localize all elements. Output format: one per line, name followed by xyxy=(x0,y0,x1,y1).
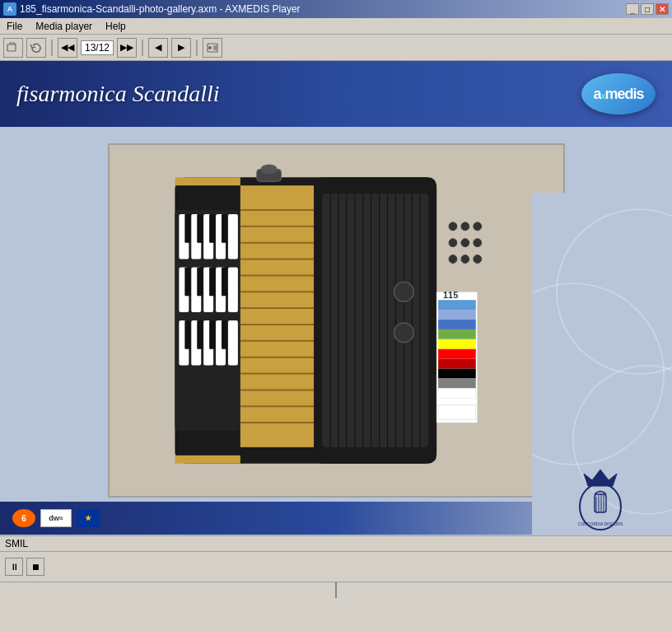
svg-point-2 xyxy=(208,46,212,49)
toolbar-prev-prev-button[interactable]: ◀◀ xyxy=(58,38,77,58)
toolbar-refresh-button[interactable] xyxy=(26,38,46,58)
footer-logo-6: 6 xyxy=(12,509,35,527)
menu-help[interactable]: Help xyxy=(102,20,129,33)
svg-rect-84 xyxy=(438,330,476,339)
svg-rect-83 xyxy=(438,320,476,330)
svg-point-66 xyxy=(394,323,413,343)
svg-rect-16 xyxy=(209,214,215,243)
svg-rect-31 xyxy=(227,320,237,366)
svg-point-71 xyxy=(460,239,469,247)
toolbar-next-next-button[interactable]: ▶▶ xyxy=(117,38,137,58)
svg-rect-25 xyxy=(209,267,215,296)
gallery-header: fisarmonica Scandalli axmedis xyxy=(0,61,672,127)
status-bar xyxy=(0,582,672,598)
svg-point-74 xyxy=(460,255,469,264)
svg-point-73 xyxy=(449,255,457,264)
svg-text:CONCORDIA DISCORS: CONCORDIA DISCORS xyxy=(577,521,623,526)
smil-label: SMIL xyxy=(5,538,28,549)
right-side: CONCORDIA DISCORS Accademia Nazionaledi … xyxy=(532,193,672,535)
footer-logo-eu: ★ xyxy=(77,509,100,527)
svg-point-72 xyxy=(473,239,481,247)
svg-rect-77 xyxy=(175,456,240,464)
status-right xyxy=(337,582,672,598)
svg-rect-90 xyxy=(438,388,476,398)
toolbar-back-button[interactable]: ◀ xyxy=(148,38,168,58)
main-content: fisarmonica Scandalli axmedis xyxy=(0,61,672,535)
status-left xyxy=(0,582,337,598)
svg-rect-26 xyxy=(222,267,227,296)
svg-rect-91 xyxy=(438,404,476,419)
svg-rect-33 xyxy=(197,320,203,349)
minimize-button[interactable]: _ xyxy=(626,3,639,15)
institution-name: Accademia Nazionaledi Santa Cecilia xyxy=(536,535,664,535)
toolbar-record-button[interactable] xyxy=(203,38,222,58)
pause-button[interactable]: ⏸ xyxy=(5,558,23,576)
svg-point-75 xyxy=(473,255,481,264)
svg-rect-88 xyxy=(438,369,476,379)
image-area: 115 xyxy=(0,127,672,502)
institution-emblem: CONCORDIA DISCORS xyxy=(572,465,629,531)
svg-rect-32 xyxy=(184,320,190,349)
menu-media-player[interactable]: Media player xyxy=(32,20,96,33)
window-controls: _ □ ✕ xyxy=(626,3,669,15)
svg-rect-76 xyxy=(175,177,240,185)
menu-file[interactable]: File xyxy=(3,20,26,33)
footer-logos: 6 dw≈ ★ xyxy=(12,509,100,527)
svg-rect-0 xyxy=(7,44,16,51)
svg-rect-86 xyxy=(438,349,476,359)
menu-bar: File Media player Help xyxy=(0,18,672,35)
svg-rect-81 xyxy=(438,300,476,310)
gallery-title: fisarmonica Scandalli xyxy=(16,81,220,107)
toolbar-open-button[interactable] xyxy=(3,38,23,58)
svg-point-65 xyxy=(394,282,413,301)
svg-text:115: 115 xyxy=(443,290,458,300)
svg-rect-17 xyxy=(222,214,227,243)
maximize-button[interactable]: □ xyxy=(641,3,654,15)
stop-button[interactable]: ⏹ xyxy=(26,558,44,576)
toolbar-separator-1 xyxy=(51,40,53,56)
svg-rect-13 xyxy=(227,214,237,259)
toolbar-separator-2 xyxy=(142,40,143,56)
svg-rect-85 xyxy=(438,339,476,349)
svg-rect-87 xyxy=(438,359,476,369)
svg-rect-23 xyxy=(184,267,190,296)
svg-rect-24 xyxy=(197,267,203,296)
app-icon: A xyxy=(3,2,16,16)
svg-rect-36 xyxy=(240,185,313,447)
toolbar-counter: 13/12 xyxy=(81,40,114,55)
smil-bar: SMIL xyxy=(0,535,672,552)
toolbar-forward-button[interactable]: ▶ xyxy=(171,38,191,58)
svg-point-67 xyxy=(449,222,457,231)
footer-logo-wave: dw≈ xyxy=(40,509,72,527)
svg-rect-22 xyxy=(227,267,237,312)
svg-point-93 xyxy=(557,209,672,374)
axmedis-logo: axmedis xyxy=(581,73,656,115)
toolbar: ◀◀ 13/12 ▶▶ ◀ ▶ xyxy=(0,35,672,61)
svg-rect-89 xyxy=(438,378,476,388)
institution-area: CONCORDIA DISCORS Accademia Nazionaledi … xyxy=(536,465,664,535)
svg-point-70 xyxy=(449,239,457,247)
close-button[interactable]: ✕ xyxy=(656,3,669,15)
title-bar: A 185_fisarmonica-Scandalli-photo-galler… xyxy=(0,0,672,18)
svg-point-79 xyxy=(260,164,277,174)
accordion-image: 115 xyxy=(108,143,565,498)
svg-rect-14 xyxy=(184,214,190,243)
svg-rect-15 xyxy=(197,214,203,243)
toolbar-separator-3 xyxy=(196,40,198,56)
svg-point-68 xyxy=(460,222,469,231)
svg-rect-82 xyxy=(438,310,476,320)
svg-rect-35 xyxy=(222,320,227,349)
svg-rect-34 xyxy=(209,320,215,349)
svg-point-69 xyxy=(473,222,481,231)
player-controls: ⏸ ⏹ xyxy=(0,552,672,582)
window-title: 185_fisarmonica-Scandalli-photo-gallery.… xyxy=(20,3,301,15)
